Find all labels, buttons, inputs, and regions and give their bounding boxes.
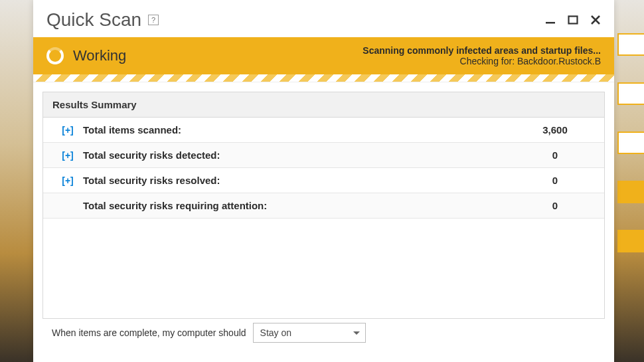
results-summary-table: Results Summary [+] Total items scanned:… (42, 92, 605, 319)
maximize-button[interactable] (568, 15, 578, 25)
empty-results-area (43, 219, 604, 318)
table-row: [+] Total items scanned: 3,600 (43, 118, 604, 143)
progress-stripes (33, 74, 614, 82)
row-value: 3,600 (515, 124, 595, 136)
row-value: 0 (515, 175, 595, 186)
background-accent (617, 33, 644, 252)
titlebar: Quick Scan ? (33, 0, 614, 37)
row-value: 0 (515, 149, 595, 161)
table-row: [+] Total security risks resolved: 0 (43, 168, 604, 193)
status-subtext: Checking for: Backdoor.Rustock.B (362, 56, 601, 66)
table-row: Total security risks requiring attention… (43, 193, 604, 219)
minimize-button[interactable] (545, 15, 556, 25)
summary-header: Results Summary (43, 92, 604, 118)
quick-scan-dialog: Quick Scan ? Working Scanning commonly i… (33, 0, 614, 362)
svg-rect-1 (569, 17, 578, 24)
svg-rect-0 (546, 22, 555, 24)
close-button[interactable] (590, 15, 601, 25)
status-bar: Working Scanning commonly infected areas… (33, 37, 614, 74)
window-title: Quick Scan (46, 9, 141, 31)
help-button[interactable]: ? (148, 15, 159, 25)
row-label: Total security risks requiring attention… (83, 200, 515, 211)
select-value: Stay on (260, 327, 291, 338)
table-row: [+] Total security risks detected: 0 (43, 143, 604, 168)
power-action-select[interactable]: Stay on (253, 323, 366, 343)
expand-toggle[interactable]: [+] (52, 150, 83, 161)
status-label: Working (73, 47, 126, 64)
row-label: Total security risks detected: (83, 149, 515, 161)
chevron-down-icon (353, 331, 360, 335)
spinner-icon (46, 47, 64, 64)
expand-toggle[interactable]: [+] (52, 125, 83, 136)
footer-label: When items are complete, my computer sho… (52, 327, 246, 338)
content-area: Results Summary [+] Total items scanned:… (33, 82, 614, 353)
expand-toggle[interactable]: [+] (52, 175, 83, 186)
status-headline: Scanning commonly infected areas and sta… (362, 45, 601, 56)
row-value: 0 (515, 200, 595, 211)
row-label: Total items scanned: (83, 124, 515, 136)
row-label: Total security risks resolved: (83, 175, 515, 186)
footer-bar: When items are complete, my computer sho… (42, 319, 605, 343)
